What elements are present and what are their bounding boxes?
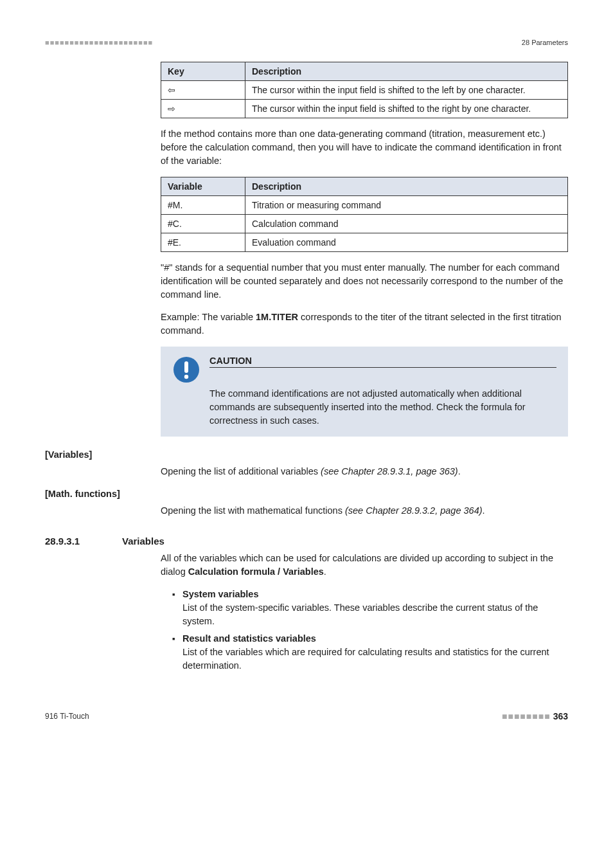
list-item: System variables List of the system-spec… [172,588,568,628]
caution-icon [172,356,200,384]
dialog-name: Calculation formula / Variables [188,566,324,577]
header-section: 28 Parameters [522,39,568,46]
key-table-head-key: Key [161,62,245,81]
caution-text: The command identifications are not adju… [209,387,556,428]
key-table-head-desc: Description [245,62,568,81]
left-arrow-icon: ⇦ [161,81,245,100]
text: Example: The variable [161,312,256,322]
bullet-title: Result and statistics variables [182,633,316,644]
bullet-list: System variables List of the system-spec… [161,588,568,673]
var-desc: Evaluation command [245,233,568,252]
text: . [483,505,485,516]
section-heading: 28.9.3.1 Variables [45,536,568,547]
key-table: Key Description ⇦ The cursor within the … [161,62,568,118]
caution-title: CAUTION [209,356,556,368]
math-functions-label: [Math. functions] [45,489,568,499]
variable-name: 1M.TITER [256,312,298,322]
header-decor: ■■■■■■■■■■■■■■■■■■■■■■ [45,39,153,46]
svg-point-2 [184,375,188,379]
table-row: ⇨ The cursor within the input field is s… [161,100,568,118]
key-desc: The cursor within the input field is shi… [245,81,568,100]
svg-rect-1 [184,361,188,373]
caution-content: CAUTION The command identifications are … [209,356,556,428]
text: . [458,466,461,476]
var-cell: #M. [161,196,245,215]
text: Opening the list with mathematical funct… [161,505,345,516]
page-number: 363 [553,711,568,721]
right-arrow-icon: ⇨ [161,100,245,118]
footer-product: 916 Ti-Touch [45,712,89,721]
table-row: #M. Titration or measuring command [161,196,568,215]
list-item: Result and statistics variables List of … [172,632,568,673]
cross-ref: (see Chapter 28.9.3.2, page 364) [345,505,483,516]
variable-table: Variable Description #M. Titration or me… [161,177,568,252]
var-desc: Calculation command [245,215,568,233]
page-footer: 916 Ti-Touch ■■■■■■■■363 [45,711,568,721]
bullet-title: System variables [182,589,259,599]
cross-ref: (see Chapter 28.9.3.1, page 363) [321,466,458,476]
var-table-head-var: Variable [161,177,245,196]
text: Opening the list of additional variables [161,466,321,476]
paragraph: All of the variables which can be used f… [161,552,568,579]
paragraph: "#" stands for a sequential number that … [161,261,568,302]
caution-box: CAUTION The command identifications are … [161,347,568,437]
var-cell: #E. [161,233,245,252]
variables-label: [Variables] [45,449,568,460]
paragraph: Example: The variable 1M.TITER correspon… [161,311,568,338]
footer-decor: ■■■■■■■■ [502,711,551,721]
paragraph: If the method contains more than one dat… [161,127,568,168]
section-title: Variables [122,536,164,547]
table-row: ⇦ The cursor within the input field is s… [161,81,568,100]
var-table-head-desc: Description [245,177,568,196]
table-row: #E. Evaluation command [161,233,568,252]
section-number: 28.9.3.1 [45,536,103,547]
table-row: #C. Calculation command [161,215,568,233]
bullet-body: List of the system-specific variables. T… [182,602,538,626]
var-desc: Titration or measuring command [245,196,568,215]
key-desc: The cursor within the input field is shi… [245,100,568,118]
var-cell: #C. [161,215,245,233]
paragraph: Opening the list with mathematical funct… [161,504,568,518]
bullet-body: List of the variables which are required… [182,647,549,671]
footer-page: ■■■■■■■■363 [502,711,568,721]
text: . [324,566,326,577]
page-header: ■■■■■■■■■■■■■■■■■■■■■■ 28 Parameters [45,39,568,46]
paragraph: Opening the list of additional variables… [161,465,568,478]
